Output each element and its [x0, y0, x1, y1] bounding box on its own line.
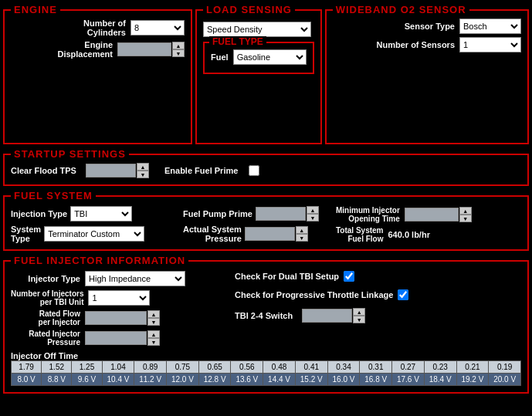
tbi-switch-label: TBI 2-4 Switch — [235, 311, 293, 320]
displacement-up-btn[interactable]: ▲ — [172, 42, 185, 49]
fuel-row: Fuel Gasoline E85 Diesel — [211, 49, 307, 65]
load-sensing-content: Speed Density MAF Alpha-N — [203, 22, 314, 37]
rated-pressure-input[interactable]: 43.0 psi — [85, 331, 147, 345]
cylinders-select[interactable]: 8 4 6 10 12 — [130, 20, 185, 36]
sensor-type-label: Sensor Type — [405, 22, 455, 31]
rated-flow-input[interactable]: 80.0 lb/hr — [85, 311, 147, 325]
actual-pressure-row: Actual System Pressure 43.0 psi ▲ ▼ — [183, 225, 330, 243]
off-time-voltage-11: 16.8 V — [360, 374, 392, 386]
displacement-input[interactable]: 350 CI — [117, 42, 171, 56]
num-injectors-select[interactable]: 1 2 3 4 — [88, 290, 150, 306]
actual-pressure-up-btn[interactable]: ▲ — [296, 226, 308, 234]
tbi-switch-spinner: 36.0% ▲ ▼ — [302, 308, 365, 323]
displacement-spinner: 350 CI ▲ ▼ — [117, 42, 185, 57]
rated-flow-spinner: 80.0 lb/hr ▲ ▼ — [85, 310, 160, 326]
actual-pressure-input[interactable]: 43.0 psi — [245, 227, 295, 241]
total-fuel-flow-label: Total System Fuel Flow — [336, 226, 384, 243]
system-type-select[interactable]: Terminator Custom Stock — [44, 226, 144, 242]
off-time-voltage-2: 9.6 V — [72, 374, 102, 386]
cylinders-label: Number of Cylinders — [83, 19, 126, 37]
off-time-voltage-5: 12.0 V — [167, 374, 199, 386]
tbi-switch-input[interactable]: 36.0% — [302, 309, 352, 323]
off-time-voltage-0: 8.0 V — [12, 374, 42, 386]
rated-pressure-label: Rated Injector Pressure — [11, 330, 80, 347]
injector-type-label: Injector Type — [11, 274, 80, 283]
off-time-voltages-row: 8.0 V8.8 V9.6 V10.4 V11.2 V12.0 V12.8 V1… — [12, 374, 521, 386]
check-progressive-label: Check for Progressive Throttle Linkage — [235, 290, 393, 299]
check-progressive-checkbox[interactable] — [398, 289, 408, 300]
injection-type-select[interactable]: TBI Port — [70, 206, 132, 222]
min-injector-input[interactable]: 0.00 msec — [405, 208, 459, 222]
check-dual-tbi-row: Check For Dual TBI Setup — [235, 271, 521, 282]
clear-flood-spinner: 35.0% ▲ ▼ — [86, 163, 149, 178]
rated-pressure-down-btn[interactable]: ▼ — [147, 338, 160, 346]
off-time-value-11: 0.31 — [360, 361, 392, 374]
off-time-value-7: 0.56 — [231, 361, 263, 374]
injector-type-select[interactable]: High Impedance Low Impedance — [85, 271, 185, 286]
tbi-switch-row: TBI 2-4 Switch 36.0% ▲ ▼ — [235, 308, 521, 323]
fuel-system-middle: Fuel Pump Prime 5.0 sec ▲ ▼ Actual Syste… — [183, 206, 330, 243]
fuel-pump-prime-input[interactable]: 5.0 sec — [256, 207, 306, 221]
fuel-type-title: FUEL TYPE — [209, 36, 266, 47]
displacement-down-btn[interactable]: ▼ — [172, 49, 185, 57]
engine-content: Number of Cylinders 8 4 6 10 12 Engine D… — [11, 19, 185, 59]
actual-pressure-spinner: 43.0 psi ▲ ▼ — [245, 226, 308, 242]
injector-right: Check For Dual TBI Setup Check for Progr… — [235, 271, 521, 347]
fuel-system-section: FUEL SYSTEM Injection Type TBI Port Syst… — [3, 195, 529, 251]
num-injectors-row: Number of Injectors per TBI Unit 1 2 3 4 — [11, 289, 227, 306]
off-time-value-6: 0.65 — [198, 361, 231, 374]
rated-pressure-spinner: 43.0 psi ▲ ▼ — [85, 330, 160, 346]
off-time-voltage-9: 15.2 V — [295, 374, 327, 386]
fuel-pump-up-btn[interactable]: ▲ — [307, 206, 319, 214]
clear-flood-up-btn[interactable]: ▲ — [137, 163, 149, 171]
system-type-label: System Type — [11, 225, 41, 243]
displacement-label: Engine Displacement — [57, 40, 113, 59]
enable-fuel-prime-checkbox[interactable] — [249, 165, 259, 176]
tbi-switch-down-btn[interactable]: ▼ — [353, 316, 365, 323]
num-injectors-label: Number of Injectors per TBI Unit — [11, 289, 83, 306]
sensor-type-select[interactable]: Bosch NTK Innovate — [459, 19, 521, 34]
min-injector-spinner-btns: ▲ ▼ — [459, 207, 472, 222]
engine-section: ENGINE Number of Cylinders 8 4 6 10 12 E… — [3, 9, 192, 144]
fuel-select[interactable]: Gasoline E85 Diesel — [233, 49, 307, 65]
fuel-pump-down-btn[interactable]: ▼ — [307, 214, 319, 222]
num-sensors-select[interactable]: 1 2 — [459, 37, 521, 52]
off-time-voltage-14: 19.2 V — [456, 374, 489, 386]
cylinders-row: Number of Cylinders 8 4 6 10 12 — [11, 19, 185, 37]
min-injector-up-btn[interactable]: ▲ — [459, 207, 472, 215]
enable-fuel-prime-group: Enable Fuel Prime — [164, 165, 259, 176]
fuel-injector-title: FUEL INJECTOR INFORMATION — [11, 255, 188, 266]
off-time-voltage-8: 14.4 V — [263, 374, 296, 386]
min-injector-label: Minimum Injector Opening Time — [336, 206, 400, 223]
off-time-value-13: 0.23 — [424, 361, 456, 374]
off-time-value-4: 0.89 — [134, 361, 167, 374]
clear-flood-down-btn[interactable]: ▼ — [137, 171, 149, 178]
rated-flow-up-btn[interactable]: ▲ — [147, 310, 160, 318]
tbi-switch-up-btn[interactable]: ▲ — [353, 308, 365, 316]
check-dual-tbi-checkbox[interactable] — [344, 271, 354, 282]
rated-pressure-spinner-btns: ▲ ▼ — [147, 330, 160, 346]
startup-section: STARTUP SETTINGS Clear Flood TPS 35.0% ▲… — [3, 154, 529, 186]
clear-flood-input[interactable]: 35.0% — [86, 164, 136, 178]
rated-pressure-up-btn[interactable]: ▲ — [147, 330, 160, 338]
sensor-type-row: Sensor Type Bosch NTK Innovate — [333, 19, 521, 34]
system-type-row: System Type Terminator Custom Stock — [11, 225, 177, 243]
actual-pressure-down-btn[interactable]: ▼ — [296, 234, 308, 242]
actual-pressure-spinner-btns: ▲ ▼ — [296, 226, 308, 242]
off-time-voltage-6: 12.8 V — [198, 374, 231, 386]
min-injector-down-btn[interactable]: ▼ — [459, 215, 472, 222]
displacement-row: Engine Displacement 350 CI ▲ ▼ — [11, 40, 185, 59]
total-fuel-flow-value: 640.0 lb/hr — [388, 230, 430, 239]
rated-flow-label: Rated Flow per Injector — [11, 309, 80, 326]
load-method-select[interactable]: Speed Density MAF Alpha-N — [203, 22, 311, 37]
main-container: ENGINE Number of Cylinders 8 4 6 10 12 E… — [0, 0, 532, 397]
rated-pressure-row: Rated Injector Pressure 43.0 psi ▲ ▼ — [11, 330, 227, 347]
fuel-pump-prime-label: Fuel Pump Prime — [183, 209, 252, 218]
off-time-value-15: 0.19 — [489, 361, 521, 374]
rated-flow-down-btn[interactable]: ▼ — [147, 318, 160, 326]
wideband-title: WIDEBAND O2 SENSOR — [333, 4, 469, 15]
min-injector-spinner: 0.00 msec ▲ ▼ — [405, 207, 472, 222]
clear-flood-label: Clear Flood TPS — [11, 166, 76, 175]
rated-flow-spinner-btns: ▲ ▼ — [147, 310, 160, 326]
off-time-value-3: 1.04 — [102, 361, 134, 374]
